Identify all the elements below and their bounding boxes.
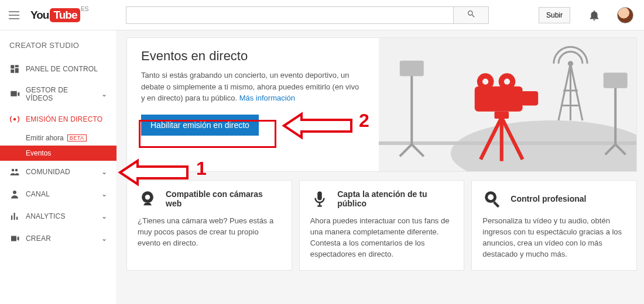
sidebar: CREATOR STUDIO PANEL DE CONTROL GESTOR D… [0,30,117,304]
chevron-down-icon: ⌄ [101,234,107,243]
search-input[interactable] [126,6,454,24]
sidebar-item-channel[interactable]: CANAL ⌄ [0,183,117,205]
dashboard-icon [9,64,20,74]
upload-button[interactable]: Subir [539,7,570,23]
analytics-icon [9,211,20,222]
channel-icon [9,189,20,199]
region-code: ES [81,6,88,12]
sidebar-sub-label: Eventos [26,149,51,157]
svg-point-32 [488,194,494,200]
hero-illustration [379,38,636,171]
search-icon [467,9,476,20]
sidebar-item-dashboard[interactable]: PANEL DE CONTROL [0,58,117,80]
svg-point-4 [451,120,636,171]
svg-rect-13 [604,72,628,88]
svg-rect-30 [317,192,322,201]
live-icon [9,114,20,125]
main-panel: Eventos en directo Tanto si estás graban… [117,30,644,304]
sidebar-item-video-manager[interactable]: GESTOR DE VÍDEOS ⌄ [0,80,117,108]
hero: Eventos en directo Tanto si estás graban… [126,37,637,172]
beta-badge: BETA [67,134,87,141]
chevron-down-icon: ⌄ [101,212,107,220]
search-button[interactable] [454,6,489,24]
feature-webcam: Compatible con cámaras web ¿Tienes una c… [126,180,292,271]
sidebar-sub-label: Emitir ahora [26,134,64,142]
more-info-link[interactable]: Más información [239,94,295,102]
sidebar-item-label: CANAL [26,190,50,198]
svg-point-1 [12,169,15,172]
create-icon [9,233,20,244]
page-title: Eventos en directo [141,49,365,64]
svg-point-26 [482,78,488,84]
sidebar-sub-events[interactable]: Eventos [0,146,117,161]
svg-rect-21 [494,112,509,119]
svg-point-27 [504,78,510,84]
microphone-icon [310,189,330,209]
features-row: Compatible con cámaras web ¿Tienes una c… [126,180,637,271]
feature-body: Ahora puedes interactuar con tus fans de… [310,216,454,260]
svg-line-8 [412,144,423,156]
feature-audience: Capta la atención de tu público Ahora pu… [299,180,465,271]
svg-rect-9 [400,61,424,77]
feature-body: ¿Tienes una cámara web? Pues estás a muy… [138,216,281,249]
community-icon [9,167,20,177]
chevron-down-icon: ⌄ [101,190,107,198]
video-manager-icon [9,89,20,99]
sidebar-item-community[interactable]: COMUNIDAD ⌄ [0,161,117,183]
sidebar-item-label: PANEL DE CONTROL [26,65,98,73]
sidebar-item-label: EMISIÓN EN DIRECTO [26,115,102,123]
sidebar-item-live[interactable]: EMISIÓN EN DIRECTO [0,108,117,130]
svg-rect-5 [379,141,636,145]
sidebar-item-create[interactable]: CREAR ⌄ [0,227,117,250]
feature-body: Personaliza tu vídeo y tu audio, obtén i… [482,216,626,260]
sidebar-item-analytics[interactable]: ANALYTICS ⌄ [0,205,117,227]
youtube-logo[interactable]: YouTube ES [30,8,80,22]
menu-icon[interactable] [6,7,22,23]
svg-point-17 [568,62,572,65]
chevron-down-icon: ⌄ [101,168,107,176]
chevron-down-icon: ⌄ [101,90,107,98]
svg-point-0 [13,118,16,121]
feature-control: Control profesional Personaliza tu vídeo… [471,180,637,271]
sidebar-item-label: COMUNIDAD [26,168,70,176]
svg-point-3 [13,191,16,194]
search-wrap [126,6,489,24]
magnifier-icon [482,189,502,209]
feature-title: Compatible con cámaras web [166,189,281,208]
sidebar-item-label: ANALYTICS [26,212,66,220]
topbar: YouTube ES Subir [0,0,644,30]
feature-title: Control profesional [511,194,586,203]
svg-rect-23 [522,91,539,106]
svg-point-29 [145,195,150,200]
svg-line-7 [400,144,412,156]
svg-point-2 [15,169,18,172]
svg-rect-33 [494,201,500,208]
webcam-icon [138,189,157,209]
feature-title: Capta la atención de tu público [337,189,453,208]
hero-body: Tanto si estás grabando un concierto, un… [141,70,365,104]
sidebar-title: CREATOR STUDIO [0,39,117,58]
sidebar-item-label: CREAR [26,234,51,243]
notifications-icon[interactable] [588,9,601,22]
avatar[interactable] [617,7,633,23]
svg-rect-22 [475,87,523,112]
sidebar-item-label: GESTOR DE VÍDEOS [26,86,95,102]
sidebar-sub-stream-now[interactable]: Emitir ahora BETA [0,130,117,146]
enable-live-button[interactable]: Habilitar emisión en directo [141,115,259,136]
